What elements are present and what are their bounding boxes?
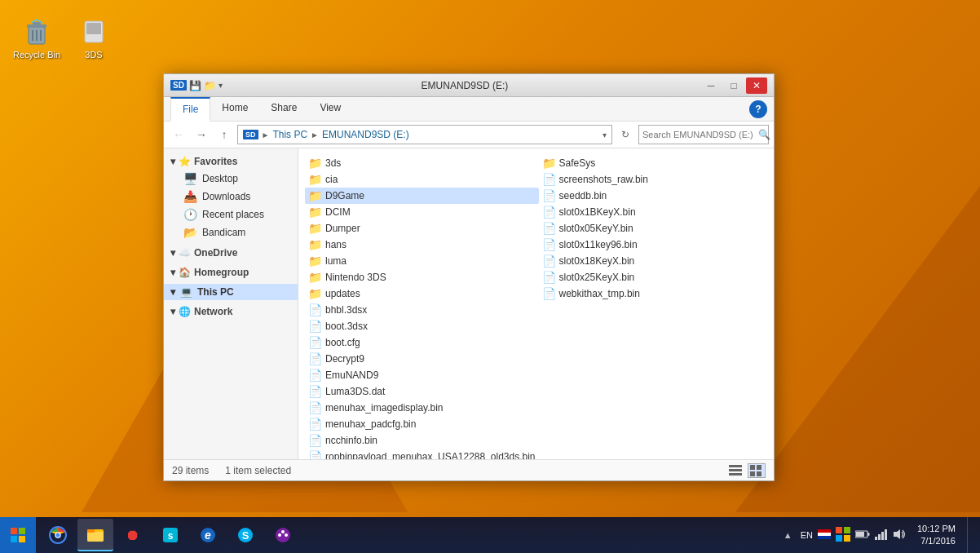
- qa-newfolder-icon[interactable]: 📁: [204, 80, 216, 91]
- tab-file[interactable]: File: [170, 97, 210, 122]
- file-name: Luma3DS.dat: [325, 386, 385, 397]
- forward-button[interactable]: →: [192, 125, 211, 144]
- list-item[interactable]: 📄 ncchinfo.bin: [305, 432, 539, 449]
- show-desktop-button[interactable]: [967, 517, 973, 553]
- back-button[interactable]: ←: [169, 125, 188, 144]
- list-item[interactable]: 📄 slot0x25KeyX.bin: [539, 269, 767, 285]
- search-icon[interactable]: 🔍: [758, 126, 770, 144]
- taskbar-app-chrome[interactable]: [40, 519, 76, 551]
- sidebar-item-bandicam[interactable]: 📂 Bandicam: [164, 223, 298, 241]
- qa-dropdown-icon[interactable]: ▾: [219, 81, 223, 90]
- taskbar-app-ie[interactable]: e: [190, 519, 226, 551]
- list-item[interactable]: 📁 cia: [305, 171, 539, 188]
- list-item[interactable]: 📄 bhbl.3dsx: [305, 302, 539, 318]
- list-item[interactable]: 📄 slot0x1BKeyX.bin: [539, 204, 767, 220]
- list-item[interactable]: 📄 boot.3dsx: [305, 318, 539, 334]
- show-hidden-icons[interactable]: ▲: [780, 530, 796, 540]
- list-item[interactable]: 📄 slot0x18KeyX.bin: [539, 253, 767, 269]
- maximize-button[interactable]: □: [723, 77, 744, 94]
- network-arrow: ▾: [170, 306, 175, 317]
- file-name: slot0x25KeyX.bin: [559, 272, 635, 283]
- taskbar-clock[interactable]: 10:12 PM 7/1/2016: [911, 523, 962, 548]
- taskbar-app-media[interactable]: ⏺: [115, 519, 151, 551]
- tab-home[interactable]: Home: [210, 97, 259, 121]
- address-path[interactable]: SD ► This PC ► EMUNAND9SD (E:) ▾: [237, 125, 612, 144]
- help-button[interactable]: ?: [749, 100, 767, 118]
- path-dropdown-arrow[interactable]: ▾: [603, 131, 607, 139]
- sidebar-header-network[interactable]: ▾ 🌐 Network: [164, 303, 298, 320]
- signal-icon[interactable]: [875, 529, 888, 542]
- detail-view-button[interactable]: [748, 463, 766, 478]
- list-item[interactable]: 📁 Nintendo 3DS: [305, 269, 539, 285]
- sidebar-item-desktop[interactable]: 🖥️ Desktop: [164, 170, 298, 188]
- tab-view[interactable]: View: [308, 97, 352, 121]
- list-item[interactable]: 📄 webkithax_tmp.bin: [539, 285, 767, 302]
- file-icon: 📄: [542, 222, 556, 235]
- sidebar-header-homegroup[interactable]: ▾ 🏠 Homegroup: [164, 264, 298, 281]
- desktop-icon-3ds[interactable]: 3DS: [65, 12, 122, 63]
- list-item[interactable]: 📁 SafeSys: [539, 155, 767, 171]
- list-item[interactable]: 📄 screenshots_raw.bin: [539, 171, 767, 188]
- svg-rect-10: [729, 473, 742, 476]
- up-button[interactable]: ↑: [214, 125, 234, 144]
- list-item[interactable]: 📄 slot0x11key96.bin: [539, 237, 767, 253]
- refresh-button[interactable]: ↻: [616, 125, 635, 144]
- list-item[interactable]: 📄 EmuNAND9: [305, 367, 539, 383]
- taskbar-app-extra[interactable]: [265, 519, 301, 551]
- volume-icon[interactable]: [893, 529, 906, 542]
- sidebar-item-downloads[interactable]: 📥 Downloads: [164, 188, 298, 206]
- path-drive[interactable]: EMUNAND9SD (E:): [322, 129, 409, 140]
- folder-icon: 📁: [308, 254, 322, 268]
- tab-share[interactable]: Share: [259, 97, 308, 121]
- list-item[interactable]: 📄 Luma3DS.dat: [305, 383, 539, 400]
- qa-save-icon[interactable]: 💾: [189, 80, 201, 91]
- list-item[interactable]: 📁 D9Game: [305, 188, 539, 204]
- close-button[interactable]: ✕: [746, 77, 767, 94]
- sidebar-header-favorites[interactable]: ▾ ⭐ Favorites: [164, 153, 298, 170]
- status-bar: 29 items 1 item selected: [164, 459, 774, 480]
- svg-rect-12: [757, 465, 761, 470]
- list-item[interactable]: 📄 boot.cfg: [305, 334, 539, 351]
- taskbar-flag-icon[interactable]: [818, 529, 831, 542]
- onedrive-label: OneDrive: [194, 247, 237, 259]
- list-item[interactable]: 📄 seeddb.bin: [539, 188, 767, 204]
- path-this-pc[interactable]: This PC: [272, 129, 307, 140]
- recent-icon: 🕐: [183, 208, 197, 221]
- svg-rect-44: [867, 533, 869, 536]
- list-item[interactable]: 📁 updates: [305, 285, 539, 302]
- list-view-button[interactable]: [726, 463, 744, 478]
- taskbar-app-store[interactable]: s: [152, 519, 188, 551]
- minimize-button[interactable]: ─: [700, 77, 722, 94]
- file-name: SafeSys: [559, 157, 596, 169]
- sidebar-header-onedrive[interactable]: ▾ ☁️ OneDrive: [164, 245, 298, 261]
- windows-corner-icon[interactable]: [836, 527, 850, 544]
- list-item[interactable]: 📁 hans: [305, 237, 539, 253]
- svg-rect-36: [818, 533, 831, 536]
- file-name: boot.cfg: [325, 337, 360, 348]
- list-item[interactable]: 📄 slot0x05KeyY.bin: [539, 220, 767, 237]
- list-item[interactable]: 📄 menuhax_padcfg.bin: [305, 416, 539, 432]
- battery-icon[interactable]: [855, 529, 870, 542]
- language-indicator[interactable]: EN: [801, 530, 813, 540]
- file-icon: 📄: [542, 206, 556, 219]
- sidebar-item-recent[interactable]: 🕐 Recent places: [164, 206, 298, 223]
- list-item[interactable]: 📄 Decrypt9: [305, 351, 539, 367]
- list-item[interactable]: 📄 menuhax_imagedisplay.bin: [305, 400, 539, 416]
- list-item[interactable]: 📁 luma: [305, 253, 539, 269]
- svg-point-22: [56, 533, 60, 538]
- search-input[interactable]: [639, 130, 758, 139]
- file-name: boot.3dsx: [325, 321, 368, 332]
- svg-rect-13: [750, 471, 755, 476]
- start-button[interactable]: [0, 517, 36, 553]
- sidebar-header-thispc[interactable]: ▾ 💻 This PC: [164, 284, 298, 300]
- file-name: Dumper: [325, 223, 360, 234]
- list-item[interactable]: 📁 3ds: [305, 155, 539, 171]
- svg-rect-8: [729, 465, 742, 467]
- desktop-icon-recycle-bin[interactable]: Recycle Bin: [8, 12, 65, 63]
- list-item[interactable]: 📄 ropbinpayload_menuhax_USA12288_old3ds.…: [305, 449, 539, 459]
- list-item[interactable]: 📁 DCIM: [305, 204, 539, 220]
- list-item[interactable]: 📁 Dumper: [305, 220, 539, 237]
- file-icon: 📄: [308, 320, 322, 333]
- taskbar-app-skype[interactable]: S: [227, 519, 263, 551]
- taskbar-app-file-explorer[interactable]: [77, 519, 113, 551]
